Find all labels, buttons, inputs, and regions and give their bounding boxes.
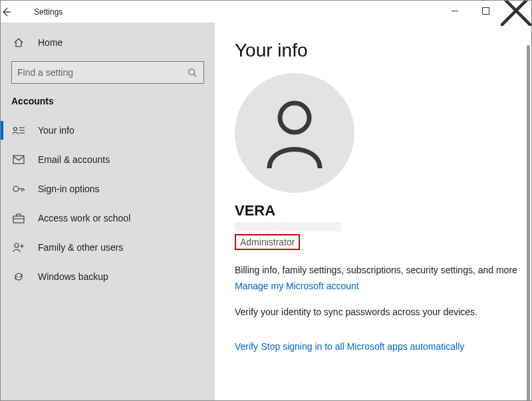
sidebar-item-signin-options[interactable]: Sign-in options [1, 174, 215, 203]
sidebar-item-your-info[interactable]: Your info [1, 116, 215, 145]
titlebar: Settings [1, 1, 531, 23]
scrollbar[interactable] [527, 45, 530, 400]
user-email-redacted [235, 222, 341, 231]
role-highlight-box: Administrator [235, 234, 300, 250]
sidebar-item-label: Access work or school [38, 213, 130, 223]
people-icon [11, 242, 26, 253]
sidebar-item-label: Family & other users [38, 242, 123, 253]
page-title: Your info [235, 40, 518, 61]
svg-point-5 [15, 243, 19, 247]
content-panel: Your info VERA Administrator Billing inf… [215, 23, 531, 400]
verify-identity-text: Verify your identity to sync passwords a… [235, 307, 518, 317]
search-icon [188, 68, 198, 77]
briefcase-icon [11, 213, 26, 223]
sidebar-item-label: Your info [38, 125, 74, 136]
close-button[interactable] [501, 1, 531, 21]
svg-point-1 [14, 128, 17, 131]
person-card-icon [11, 125, 26, 136]
avatar [235, 73, 354, 193]
minimize-button[interactable] [440, 1, 470, 21]
sidebar-item-email-accounts[interactable]: Email & accounts [1, 145, 215, 174]
billing-info-text: Billing info, family settings, subscript… [235, 265, 518, 275]
sidebar: Home Accounts Your info Email & accounts [1, 23, 215, 400]
sidebar-home[interactable]: Home [1, 29, 215, 56]
search-box[interactable] [11, 61, 204, 84]
person-icon [261, 96, 328, 170]
home-icon [11, 37, 26, 48]
sidebar-item-family-users[interactable]: Family & other users [1, 233, 215, 262]
sidebar-item-windows-backup[interactable]: Windows backup [1, 262, 215, 291]
maximize-button[interactable] [470, 1, 501, 21]
sidebar-item-access-work-school[interactable]: Access work or school [1, 203, 215, 233]
manage-account-link[interactable]: Manage my Microsoft account [235, 281, 359, 291]
svg-rect-4 [13, 216, 24, 223]
sidebar-item-label: Windows backup [38, 271, 108, 282]
user-name: VERA [235, 202, 518, 219]
sync-icon [11, 271, 26, 282]
mail-icon [11, 155, 26, 164]
stop-signing-link[interactable]: Stop signing in to all Microsoft apps au… [261, 341, 464, 352]
svg-rect-2 [13, 156, 24, 164]
sidebar-item-label: Sign-in options [38, 184, 100, 194]
svg-point-0 [189, 69, 195, 75]
sidebar-item-label: Email & accounts [38, 154, 110, 165]
user-role: Administrator [240, 237, 295, 247]
sidebar-home-label: Home [38, 37, 63, 48]
search-input[interactable] [17, 67, 188, 78]
key-icon [11, 184, 26, 194]
svg-point-3 [13, 186, 19, 192]
arrow-left-icon [1, 7, 11, 17]
window-title: Settings [31, 7, 63, 17]
window-controls [440, 1, 531, 21]
verify-link[interactable]: Verify [235, 341, 258, 352]
sidebar-category: Accounts [1, 93, 215, 116]
back-button[interactable] [1, 7, 31, 17]
svg-point-6 [280, 103, 309, 132]
